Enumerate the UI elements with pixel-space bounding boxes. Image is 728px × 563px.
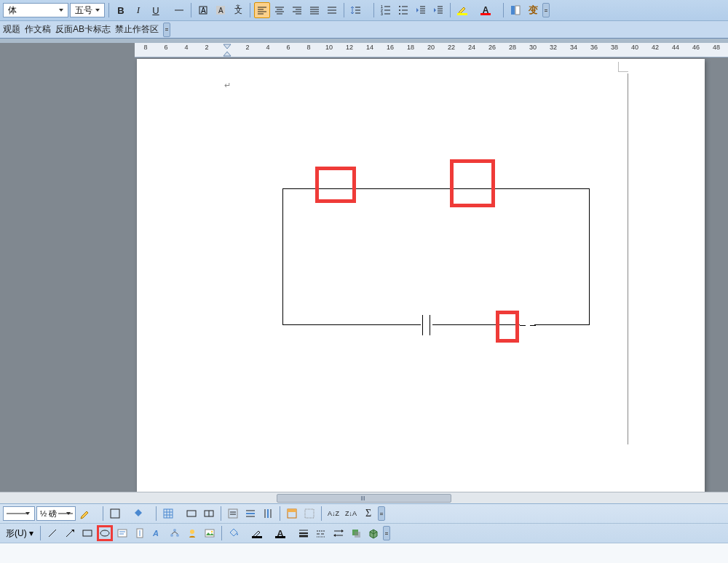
tab-ab-card-mark[interactable]: 反面AB卡标志	[55, 22, 111, 37]
svg-point-89	[211, 531, 213, 532]
red-highlight-box-1	[315, 167, 356, 203]
vertical-textbox-button[interactable]	[132, 525, 148, 541]
distribute-cols-button[interactable]	[260, 506, 276, 522]
font-color-button[interactable]: A	[478, 2, 499, 18]
ruler-tick-label: 22	[448, 44, 455, 51]
increase-indent-button[interactable]	[430, 2, 446, 18]
separator	[503, 3, 504, 17]
document-map-button[interactable]	[507, 2, 523, 18]
underline-button[interactable]: U	[148, 2, 170, 18]
capacitor-plate	[422, 315, 423, 335]
svg-point-34	[399, 9, 400, 11]
textbox-tool-button[interactable]	[114, 525, 130, 541]
margin-corner-icon	[618, 62, 628, 72]
hide-gridlines-button[interactable]	[301, 506, 317, 522]
sort-ascending-button[interactable]: A↓Z	[325, 506, 341, 522]
wordart-button[interactable]: A	[149, 525, 165, 541]
separator	[450, 3, 451, 17]
svg-text:3: 3	[381, 12, 383, 16]
ruler-tick-label: 32	[550, 44, 557, 51]
chevron-down-icon	[56, 4, 66, 17]
tab-guan-ti[interactable]: 观题	[3, 22, 20, 37]
svg-line-86	[175, 532, 178, 534]
scrollbar-thumb[interactable]	[277, 494, 451, 503]
toolbar-overflow-handle[interactable]	[163, 23, 170, 37]
bullet-list-button[interactable]	[395, 2, 411, 18]
clipart-button[interactable]	[184, 525, 200, 541]
insert-table-button[interactable]	[160, 506, 182, 522]
ruler-tick-label: 18	[407, 44, 414, 51]
border-button[interactable]	[107, 506, 129, 522]
autosum-button[interactable]: Σ	[360, 506, 376, 522]
indent-marker-icon[interactable]	[222, 44, 232, 57]
line-style-button[interactable]	[296, 525, 312, 541]
horizontal-scrollbar[interactable]	[0, 492, 728, 503]
highlight-color-button[interactable]	[454, 2, 476, 18]
document-page[interactable]: ↵	[137, 59, 705, 503]
oval-tool-button[interactable]	[97, 525, 113, 541]
line-tool-button[interactable]	[44, 525, 60, 541]
circuit-outer-rect[interactable]	[282, 188, 590, 325]
separator	[191, 3, 191, 17]
capacitor-plate	[430, 315, 430, 335]
arrow-style-button[interactable]	[331, 525, 347, 541]
split-cells-button[interactable]	[201, 506, 217, 522]
diagram-button[interactable]	[167, 525, 183, 541]
toolbar-overflow-handle[interactable]	[542, 3, 550, 17]
separator	[373, 3, 374, 17]
cell-align-button[interactable]	[225, 506, 241, 522]
fill-color-button[interactable]	[226, 525, 248, 541]
pen-color-button[interactable]	[77, 506, 99, 522]
toolbar-overflow-handle[interactable]	[378, 506, 385, 521]
phonetic-guide-button[interactable]: 文 文	[230, 2, 246, 18]
ruler-tick-label: 14	[366, 44, 373, 51]
ruler-tick-label: 42	[652, 44, 659, 51]
font-family-dropdown[interactable]: 体	[3, 3, 68, 17]
char-border-button[interactable]: A	[195, 2, 211, 18]
reading-layout-button[interactable]: 变	[525, 2, 541, 18]
align-justify-button[interactable]	[306, 2, 323, 18]
merge-cells-button[interactable]	[183, 506, 199, 522]
sort-descending-button[interactable]: Z↓A	[343, 506, 359, 522]
svg-line-72	[49, 530, 56, 537]
svg-rect-76	[118, 530, 127, 537]
horizontal-ruler[interactable]: 8 6 4 2 2 4 6 8 10 12 14 16 18 20 22 24 …	[135, 43, 728, 57]
bold-button[interactable]: B	[113, 2, 129, 18]
decrease-indent-button[interactable]	[413, 2, 429, 18]
line-spacing-button[interactable]	[348, 2, 370, 18]
line-weight-dropdown[interactable]: ½ 磅	[36, 506, 76, 521]
shadow-style-button[interactable]	[348, 525, 364, 541]
font-size-dropdown[interactable]: 五号	[70, 3, 105, 17]
svg-rect-51	[111, 509, 119, 518]
arrow-tool-button[interactable]	[62, 525, 78, 541]
svg-text:A: A	[152, 529, 159, 538]
distribute-rows-button[interactable]	[242, 506, 258, 522]
svg-rect-70	[288, 509, 296, 512]
shading-color-button[interactable]	[130, 506, 152, 522]
align-center-button[interactable]	[272, 2, 288, 18]
line-color-button[interactable]	[249, 525, 271, 541]
line-style-dropdown[interactable]	[3, 506, 35, 521]
align-right-button[interactable]	[289, 2, 305, 18]
tab-composition[interactable]: 作文稿	[25, 22, 51, 37]
numbered-list-button[interactable]: 123	[378, 2, 394, 18]
align-left-button[interactable]	[254, 2, 270, 18]
ruler-tick-label: 28	[509, 44, 516, 51]
toolbar-overflow-handle[interactable]	[383, 526, 390, 540]
rectangle-tool-button[interactable]	[79, 525, 95, 541]
dash-style-button[interactable]	[313, 525, 329, 541]
ruler-tick-label: 2	[205, 44, 208, 51]
separator	[280, 506, 280, 521]
insert-picture-button[interactable]	[202, 525, 218, 541]
svg-rect-71	[305, 509, 314, 518]
autoshapes-menu[interactable]: 形(U) ▾	[3, 527, 36, 540]
align-distribute-button[interactable]	[324, 2, 340, 18]
3d-style-button[interactable]	[365, 525, 381, 541]
tab-forbidden-area[interactable]: 禁止作答区	[115, 22, 159, 37]
strikethrough-button[interactable]	[171, 2, 187, 18]
char-shading-button[interactable]: A	[213, 2, 229, 18]
text-color-button[interactable]: A	[272, 525, 294, 541]
italic-button[interactable]: I	[130, 2, 146, 18]
table-autoformat-button[interactable]	[284, 506, 300, 522]
svg-rect-47	[511, 6, 515, 15]
